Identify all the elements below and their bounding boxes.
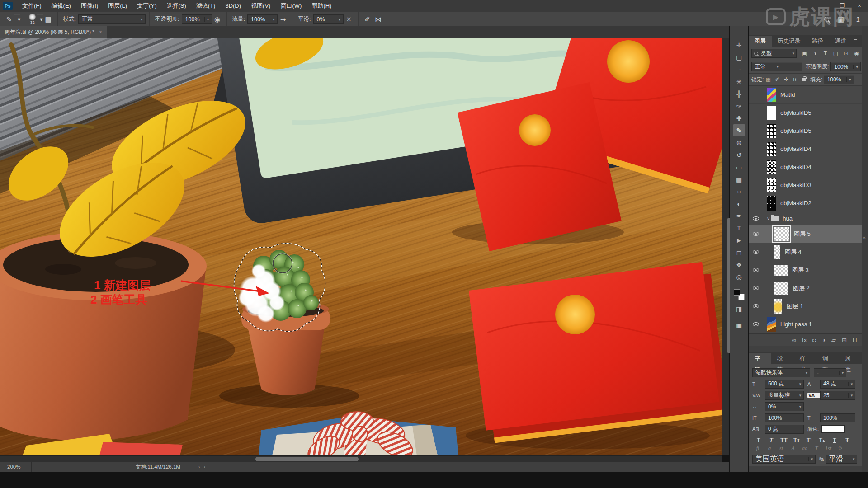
lock-artboard-icon[interactable]: ⊞ xyxy=(791,76,800,83)
opacity-input[interactable]: 100% ▾ xyxy=(182,14,212,24)
fractions-button[interactable]: ½ xyxy=(835,445,844,452)
lock-paint-icon[interactable]: ✐ xyxy=(773,76,782,83)
visibility-toggle[interactable] xyxy=(749,122,763,140)
layer-fill-input[interactable]: 100% ▾ xyxy=(824,75,854,84)
gradient-tool[interactable]: ▤ xyxy=(733,173,745,185)
panel-tab[interactable]: 属性 xyxy=(839,353,862,364)
adjustment-layer-icon[interactable]: ◑ xyxy=(822,337,826,343)
zoom-tool[interactable]: ◎ xyxy=(733,271,745,283)
tracking-input[interactable]: 25 ▾ xyxy=(820,391,855,400)
layer-row[interactable]: MatId xyxy=(749,86,862,104)
dock-edge-strip[interactable]: « xyxy=(862,26,868,472)
underline-button[interactable]: T xyxy=(829,436,840,443)
visibility-toggle[interactable] xyxy=(749,243,763,261)
crop-tool[interactable]: ╬ xyxy=(733,88,745,100)
font-size-input[interactable]: 500 点 ▾ xyxy=(765,380,804,389)
faux-bold-button[interactable]: T xyxy=(753,436,764,443)
color-swatches[interactable] xyxy=(734,289,745,300)
language-select[interactable]: 美国英语 ▾ xyxy=(752,455,816,464)
shape-layers-filter-icon[interactable]: ▢ xyxy=(830,50,841,56)
layer-row[interactable]: ∨ hua xyxy=(749,212,862,225)
tsume-select[interactable]: 0% ▾ xyxy=(765,402,804,411)
tool-preset-arrow-icon[interactable]: ▾ xyxy=(14,14,20,24)
titling-alternates-button[interactable]: T xyxy=(812,445,821,452)
strikethrough-button[interactable]: Ŧ xyxy=(842,436,853,443)
superscript-button[interactable]: T¹ xyxy=(804,436,815,443)
menu-item[interactable]: 滤镜(T) xyxy=(191,0,221,12)
panel-tab[interactable]: 图层 xyxy=(749,36,772,47)
screen-mode-icon[interactable]: ▣ xyxy=(736,322,742,333)
layer-blend-mode-select[interactable]: 正常 ▾ xyxy=(751,62,802,71)
close-tab-icon[interactable]: × xyxy=(99,29,102,35)
visibility-toggle[interactable] xyxy=(749,279,763,297)
contextual-alternates-button[interactable]: σ xyxy=(765,445,774,452)
layer-row[interactable]: objMaskID3 xyxy=(749,176,862,194)
status-expand-icon[interactable]: ›‹ xyxy=(198,464,209,469)
leading-input[interactable]: 48 点 ▾ xyxy=(820,380,855,389)
search-icon[interactable] xyxy=(824,17,829,22)
visibility-toggle[interactable] xyxy=(749,225,763,243)
share-icon[interactable]: ↥ xyxy=(853,15,863,23)
vertical-scrollbar[interactable] xyxy=(722,38,729,455)
discretionary-ligatures-button[interactable]: st xyxy=(777,445,786,452)
pressure-size-icon[interactable]: ✐ xyxy=(362,15,373,23)
brush-preset-picker[interactable]: 32 xyxy=(29,14,36,25)
panel-tab[interactable]: 调整 xyxy=(816,353,839,364)
dodge-tool[interactable]: ◐ xyxy=(733,197,745,210)
brush-settings-panel-icon[interactable]: ▤ xyxy=(43,15,54,23)
document-tab[interactable]: 周年渲.tif @ 200% (图层 5, RGB/8*) * × xyxy=(0,26,107,38)
workspace-icon[interactable]: ▣ xyxy=(835,15,846,23)
panel-tab[interactable]: 通道 xyxy=(829,36,852,47)
visibility-toggle[interactable] xyxy=(749,297,763,315)
new-group-icon[interactable]: ▱ xyxy=(831,337,836,343)
menu-item[interactable]: 窗口(W) xyxy=(275,0,307,12)
move-tool[interactable]: ✛ xyxy=(733,39,745,51)
menu-item[interactable]: 文件(F) xyxy=(17,0,47,12)
brush-tool[interactable]: ✎ xyxy=(733,124,745,136)
visibility-toggle[interactable] xyxy=(749,86,763,103)
panel-tab[interactable]: 段落 xyxy=(771,353,794,364)
zoom-level-input[interactable]: 200% xyxy=(0,462,32,472)
horizontal-scroll-thumb[interactable] xyxy=(255,457,359,461)
menu-item[interactable]: 视图(V) xyxy=(246,0,275,12)
layer-row[interactable]: objMaskID2 xyxy=(749,194,862,212)
visibility-toggle[interactable] xyxy=(749,176,763,194)
restore-button[interactable]: ❐ xyxy=(834,0,851,12)
ordinals-button[interactable]: 1st xyxy=(824,445,833,452)
symmetry-icon[interactable]: ⋈ xyxy=(373,15,384,23)
menu-item[interactable]: 选择(S) xyxy=(161,0,191,12)
quick-mask-icon[interactable]: ◨ xyxy=(736,305,742,316)
blend-mode-select[interactable]: 正常 ▾ xyxy=(78,14,146,24)
layer-row[interactable]: 图层 3 xyxy=(749,261,862,279)
type-tool[interactable]: T xyxy=(733,222,745,234)
menu-item[interactable]: 3D(D) xyxy=(220,0,246,12)
font-family-select[interactable]: 站酷快乐体 ▾ xyxy=(752,368,810,377)
lock-position-icon[interactable]: ✛ xyxy=(782,76,791,83)
kerning-select[interactable]: 度量标准 ▾ xyxy=(765,391,804,400)
eraser-tool[interactable]: ▭ xyxy=(733,161,745,173)
subscript-button[interactable]: T₁ xyxy=(816,436,827,443)
pin-filter-icon[interactable]: ◉ xyxy=(851,50,862,56)
adjustment-layers-filter-icon[interactable]: ◑ xyxy=(810,50,820,56)
smart-object-filter-icon[interactable]: ⊡ xyxy=(841,50,851,56)
add-mask-icon[interactable]: ◘ xyxy=(812,337,816,343)
visibility-toggle[interactable] xyxy=(749,104,763,122)
history-brush-tool[interactable]: ↺ xyxy=(733,149,745,161)
minimize-button[interactable]: — xyxy=(816,0,834,12)
type-layers-filter-icon[interactable]: T xyxy=(820,50,830,56)
horizontal-scale-input[interactable]: 100% xyxy=(820,413,855,422)
horizontal-scrollbar[interactable] xyxy=(0,455,722,462)
menu-item[interactable]: 帮助(H) xyxy=(307,0,336,12)
panel-tab[interactable]: 字符 xyxy=(749,353,771,364)
lock-transparency-icon[interactable]: ▨ xyxy=(764,76,773,83)
visibility-toggle[interactable] xyxy=(749,158,763,176)
lasso-tool[interactable]: ∽ xyxy=(733,63,745,75)
marquee-tool[interactable]: ▢ xyxy=(733,51,745,63)
layer-row[interactable]: 图层 1 xyxy=(749,297,862,315)
layer-row[interactable]: objMaskID4 xyxy=(749,158,862,176)
ligatures-button[interactable]: fi xyxy=(753,445,762,452)
menu-item[interactable]: 图像(I) xyxy=(76,0,103,12)
path-select-tool[interactable]: ► xyxy=(733,234,745,246)
layer-row[interactable]: 图层 2 xyxy=(749,279,862,297)
close-button[interactable]: × xyxy=(851,0,868,12)
